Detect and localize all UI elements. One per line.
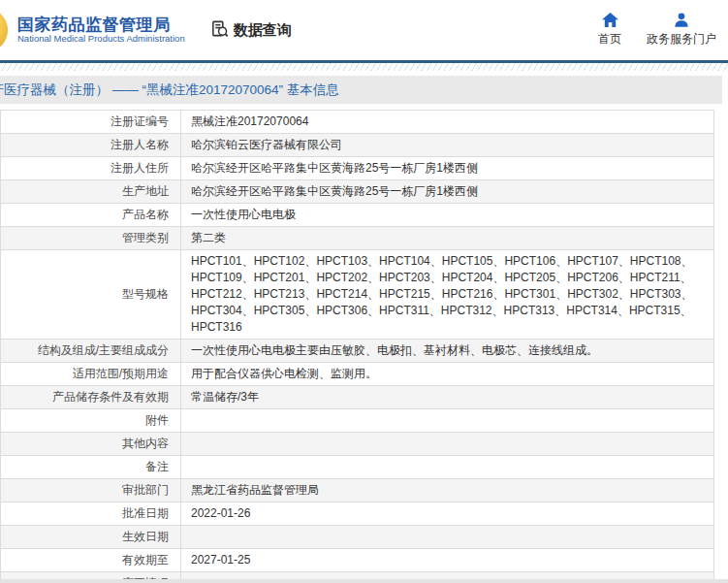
info-table-wrap: 注册证编号黑械注准20172070064注册人名称哈尔滨铂云医疗器械有限公司注册… — [0, 110, 728, 583]
data-query-label: 数据查询 — [234, 21, 292, 40]
row-label: 生效日期 — [1, 526, 181, 549]
row-label: 审批部门 — [1, 479, 181, 502]
doc-search-icon — [210, 19, 229, 41]
row-value — [181, 409, 714, 433]
row-label: 备注 — [1, 456, 181, 479]
row-value: 一次性使用心电电极 — [181, 204, 714, 227]
header: 国家药品监督管理局 National Medical Products Admi… — [0, 0, 728, 60]
table-row: 注册人住所哈尔滨经开区哈平路集中区黄海路25号一栋厂房1楼西侧 — [1, 157, 714, 180]
row-value: 常温储存/3年 — [181, 386, 714, 409]
row-value: 2022-01-26 — [181, 502, 714, 526]
table-row: 产品储存条件及有效期常温储存/3年 — [1, 386, 714, 409]
table-row: 审批部门黑龙江省药品监督管理局 — [1, 479, 714, 502]
nav-portal-label: 政务服务门户 — [647, 31, 716, 48]
row-value: 一次性使用心电电极主要由压敏胶、电极扣、基衬材料、电极芯、连接线组成。 — [181, 340, 714, 363]
row-value: 哈尔滨铂云医疗器械有限公司 — [181, 134, 714, 157]
row-value — [181, 456, 714, 479]
info-table-body: 注册证编号黑械注准20172070064注册人名称哈尔滨铂云医疗器械有限公司注册… — [1, 111, 714, 583]
row-label: 型号规格 — [1, 250, 181, 340]
table-row: 注册人名称哈尔滨铂云医疗器械有限公司 — [1, 134, 714, 157]
table-row: 型号规格HPCT101、HPCT102、HPCT103、HPCT104、HPCT… — [1, 250, 714, 340]
row-label: 批准日期 — [1, 502, 181, 526]
row-label: 有效期至 — [1, 549, 181, 572]
row-value: 黑龙江省药品监督管理局 — [181, 479, 714, 502]
table-row: 生效日期 — [1, 526, 714, 549]
data-query-tab[interactable]: 数据查询 — [210, 19, 292, 41]
row-label: 其他内容 — [1, 433, 181, 456]
brand-subtitle: National Medical Products Administration — [17, 34, 185, 45]
breadcrumb-bar: 国产医疗器械（注册） —— “黑械注准20172070064” 基本信息 — [0, 76, 722, 104]
table-row: 批准日期2022-01-26 — [1, 502, 714, 526]
table-row: 有效期至2027-01-25 — [1, 549, 714, 572]
table-row: 附件 — [1, 409, 714, 433]
brand: 国家药品监督管理局 National Medical Products Admi… — [17, 16, 185, 45]
top-nav: 首页 政务服务门户 — [598, 13, 728, 48]
row-label: 适用范围/预期用途 — [1, 363, 181, 386]
row-label: 产品储存条件及有效期 — [1, 386, 181, 409]
person-icon — [674, 13, 689, 27]
table-row: 结构及组成/主要组成成分一次性使用心电电极主要由压敏胶、电极扣、基衬材料、电极芯… — [1, 340, 714, 363]
row-value — [181, 526, 714, 549]
nav-home-label: 首页 — [598, 31, 621, 48]
table-row: 管理类别第二类 — [1, 227, 714, 250]
row-value: 哈尔滨经开区哈平路集中区黄海路25号一栋厂房1楼西侧 — [181, 180, 714, 204]
breadcrumb: 国产医疗器械（注册） —— “黑械注准20172070064” 基本信息 — [0, 81, 339, 99]
row-value — [181, 433, 714, 456]
row-value: 黑械注准20172070064 — [181, 111, 714, 134]
row-label: 生产地址 — [1, 180, 181, 204]
row-value: HPCT101、HPCT102、HPCT103、HPCT104、HPCT105、… — [181, 250, 714, 340]
nmpa-logo — [0, 8, 8, 52]
page-bottom-strip — [0, 579, 728, 583]
table-row: 适用范围/预期用途用于配合仪器供心电检测、监测用。 — [1, 363, 714, 386]
row-label: 注册人名称 — [1, 134, 181, 157]
home-icon — [602, 13, 618, 27]
table-row: 其他内容 — [1, 433, 714, 456]
row-label: 管理类别 — [1, 227, 181, 250]
row-label: 注册证编号 — [1, 111, 181, 134]
nav-home[interactable]: 首页 — [598, 13, 621, 48]
table-row: 产品名称一次性使用心电电极 — [1, 204, 714, 227]
table-row: 注册证编号黑械注准20172070064 — [1, 111, 714, 134]
table-row: 生产地址哈尔滨经开区哈平路集中区黄海路25号一栋厂房1楼西侧 — [1, 180, 714, 204]
row-label: 结构及组成/主要组成成分 — [1, 340, 181, 363]
row-label: 附件 — [1, 409, 181, 433]
row-value: 用于配合仪器供心电检测、监测用。 — [181, 363, 714, 386]
hatch-strip — [0, 63, 728, 71]
row-value: 哈尔滨经开区哈平路集中区黄海路25号一栋厂房1楼西侧 — [181, 157, 714, 180]
row-label: 产品名称 — [1, 204, 181, 227]
row-label: 注册人住所 — [1, 157, 181, 180]
row-value: 2027-01-25 — [181, 549, 714, 572]
info-table: 注册证编号黑械注准20172070064注册人名称哈尔滨铂云医疗器械有限公司注册… — [0, 110, 714, 583]
table-row: 备注 — [1, 456, 714, 479]
nav-portal[interactable]: 政务服务门户 — [647, 13, 716, 48]
row-value: 第二类 — [181, 227, 714, 250]
brand-title: 国家药品监督管理局 — [17, 16, 185, 35]
